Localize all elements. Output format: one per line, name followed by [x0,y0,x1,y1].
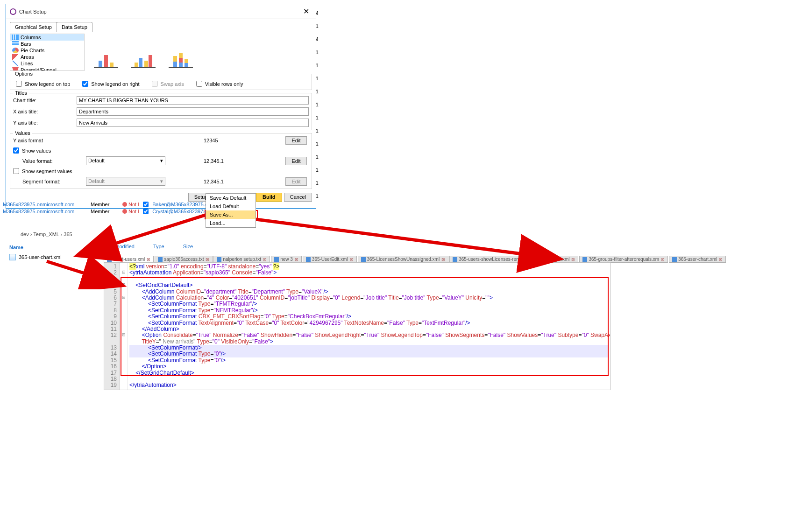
close-icon[interactable]: ⊠ [350,257,354,262]
row-checkbox[interactable] [143,209,149,214]
menu-load-default[interactable]: Load Default [206,202,256,210]
table-row: M365x823975.onmicrosoft.com Member Not I… [0,201,215,208]
close-icon[interactable]: ⊠ [441,257,445,262]
table-row: M365x823975.onmicrosoft.com Member Not I… [0,208,215,215]
file-header: Name [7,243,100,252]
file-row[interactable]: 365-user-chart.xml [7,252,100,262]
chart-type-pie[interactable]: Pie Charts [10,47,84,54]
status-dot-icon [122,209,127,214]
x-axis-input[interactable] [77,107,309,116]
checkbox-legend-right[interactable]: Show legend on right [82,81,139,87]
preview-1[interactable] [94,52,118,68]
code-editor[interactable]: 12345678910111213141516171819 ⊟⊟⊟⊟ <?xml… [104,262,611,390]
close-icon[interactable]: ⊠ [263,257,267,262]
file-icon [672,257,677,262]
options-legend: Options [13,71,35,77]
tab-data-setup[interactable]: Data Setup [57,22,92,32]
close-icon[interactable]: ⊠ [719,257,723,262]
options-section: Options Show legend on top Show legend o… [10,74,312,90]
value-format-label: Value format: [13,158,83,164]
titles-legend: Titles [13,90,29,96]
chart-type-funnel[interactable]: Pyramid/Funnel [10,67,84,71]
build-button[interactable]: Build [256,193,282,202]
chart-title-label: Chart title: [13,98,74,103]
dialog-tabs: Graphical Setup Data Setup [6,19,316,32]
chart-type-row: Columns Bars Pie Charts Areas Lines Pyra… [10,34,312,72]
areas-icon [12,54,19,60]
checkbox-legend-top[interactable]: Show legend on top [16,81,70,87]
value-format-edit-button[interactable]: Edit [285,157,307,165]
file-icon [306,257,311,262]
chart-type-list[interactable]: Columns Bars Pie Charts Areas Lines Pyra… [10,34,85,71]
preview-2[interactable] [131,52,156,68]
editor-tab[interactable]: chart-users.xml⊠ [104,256,154,263]
preview-3[interactable] [169,52,193,68]
file-icon [361,257,366,262]
row-checkbox[interactable] [143,202,149,207]
value-format-example: 12,345.1 [204,158,283,164]
chart-type-bars[interactable]: Bars [10,41,84,47]
file-icon [453,257,457,262]
pie-icon [12,48,19,53]
values-legend: Values [13,130,32,136]
chart-setup-dialog: Chart Setup ✕ Graphical Setup Data Setup… [6,4,316,209]
tab-graphical-setup[interactable]: Graphical Setup [10,22,57,32]
close-icon[interactable]: ⊠ [206,257,209,262]
background-grid-rows: M365x823975.onmicrosoft.com Member Not I… [0,201,215,215]
editor-tab[interactable]: 365-LicensesShowUnassigned.xml⊠ [358,256,449,263]
column-headers: Date modified Type Size [103,244,193,249]
close-icon[interactable]: ⊠ [661,257,665,262]
fold-gutter[interactable]: ⊟⊟⊟⊟ [120,263,128,390]
y-axis-label: Y axis title: [13,120,74,126]
editor-tab[interactable]: 365-users-showLicenses-removeFilterTarge… [449,256,578,263]
close-icon[interactable]: ⊠ [147,257,150,262]
file-panel: Name 365-user-chart.xml [7,243,100,262]
close-icon[interactable]: ⊠ [295,257,298,262]
checkbox-show-values[interactable]: Show values [13,147,309,154]
chart-type-columns[interactable]: Columns [10,34,84,41]
chart-type-lines[interactable]: Lines [10,60,84,67]
editor-tab[interactable]: 365-UserEdit.xml⊠ [303,256,357,263]
editor-tab[interactable]: new 3⊠ [271,256,302,263]
status-dot-icon [122,202,127,207]
cancel-button[interactable]: Cancel [284,193,312,202]
close-icon[interactable]: ⊠ [571,257,575,262]
y-format-edit-button[interactable]: Edit [285,136,307,145]
editor-tab[interactable]: 365-groups-filter-afterorequals.xm⊠ [579,256,668,263]
dialog-titlebar[interactable]: Chart Setup ✕ [6,4,316,19]
app-icon [10,8,16,15]
menu-load[interactable]: Load... [206,219,256,227]
editor-tabs: chart-users.xml⊠sapio365access.txt⊠nalpe… [104,256,726,263]
file-icon [107,257,112,262]
svg-line-3 [256,219,558,259]
checkbox-visible-only[interactable]: Visible rows only [196,81,243,87]
funnel-icon [12,67,19,71]
segment-format-example: 12,345.1 [204,179,283,184]
menu-save-as[interactable]: Save As... [206,210,256,219]
chart-previews [85,34,202,72]
editor-tab[interactable]: sapio365access.txt⊠ [155,256,213,263]
columns-icon [12,35,19,40]
chart-title-input[interactable] [77,96,309,105]
code-body[interactable]: <?xml version="1.0" encoding="UTF-8" sta… [128,263,610,390]
x-axis-label: X axis title: [13,109,74,114]
chevron-down-icon: ▾ [160,158,163,164]
breadcrumb[interactable]: dev › Temp_XML › 365 [21,231,72,237]
editor-tab[interactable]: nalperion setup.txt⊠ [213,256,270,263]
menu-save-default[interactable]: Save As Default [206,194,256,202]
values-section: Values Y axis format 12345 Edit Show val… [10,133,312,189]
file-icon [582,257,587,262]
checkbox-show-segments[interactable]: Show segment values [13,168,309,174]
line-gutter: 12345678910111213141516171819 [104,263,120,390]
checkbox-swap-axis: Swap axis [152,81,184,87]
lines-icon [12,61,19,66]
y-axis-input[interactable] [77,119,309,127]
file-icon [217,257,221,262]
chart-type-areas[interactable]: Areas [10,54,84,60]
value-format-select[interactable]: Default▾ [86,156,165,165]
segment-format-edit-button: Edit [285,177,307,186]
editor-tab[interactable]: 365-user-chart.xml⊠ [669,256,726,263]
close-icon[interactable]: ✕ [300,7,312,16]
setup-dropdown-menu: Save As Default Load Default Save As... … [206,193,256,228]
y-format-example: 12345 [204,138,283,143]
